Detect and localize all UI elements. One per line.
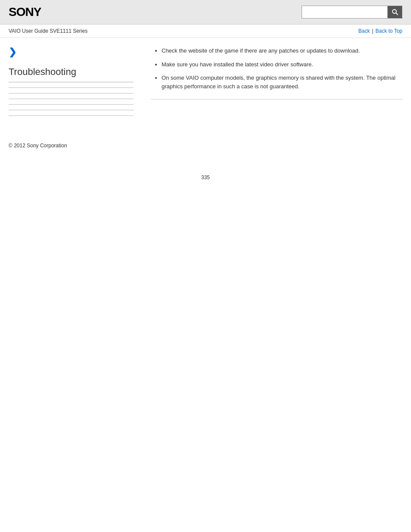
search-icon (392, 9, 399, 16)
sidebar-heading: Troubleshooting (9, 66, 134, 82)
sidebar-divider-6 (9, 115, 134, 116)
content-list: Check the website of the game if there a… (151, 47, 402, 90)
sidebar-divider-1 (9, 87, 134, 88)
sidebar-divider-2 (9, 93, 134, 93)
breadcrumb-bar: VAIO User Guide SVE1111 Series Back | Ba… (0, 25, 411, 38)
sidebar-divider-3 (9, 99, 134, 99)
search-button[interactable] (388, 6, 402, 19)
sidebar-items (9, 87, 134, 116)
copyright-text: © 2012 Sony Corporation (9, 143, 67, 149)
content-divider (151, 99, 402, 100)
sidebar-divider-4 (9, 104, 134, 105)
nav-separator: | (372, 28, 373, 34)
list-item: On some VAIO computer models, the graphi… (162, 74, 402, 90)
content-area: Check the website of the game if there a… (142, 47, 402, 121)
guide-title: VAIO User Guide SVE1111 Series (9, 28, 87, 34)
footer: © 2012 Sony Corporation (0, 130, 411, 157)
svg-line-1 (396, 13, 398, 15)
sidebar: ❯ Troubleshooting (9, 47, 142, 121)
page-number: 335 (0, 174, 411, 189)
page-header: SONY (0, 0, 411, 25)
list-item: Make sure you have installed the latest … (162, 60, 402, 69)
back-to-top-link[interactable]: Back to Top (376, 28, 402, 34)
chevron-right-icon: ❯ (9, 47, 134, 58)
sidebar-divider-5 (9, 110, 134, 110)
nav-links: Back | Back to Top (358, 28, 402, 34)
sony-logo: SONY (9, 5, 41, 19)
back-link[interactable]: Back (358, 28, 370, 34)
main-content: ❯ Troubleshooting Check the website of t… (0, 38, 411, 130)
search-area (302, 6, 402, 19)
search-input[interactable] (302, 6, 388, 19)
list-item: Check the website of the game if there a… (162, 47, 402, 55)
